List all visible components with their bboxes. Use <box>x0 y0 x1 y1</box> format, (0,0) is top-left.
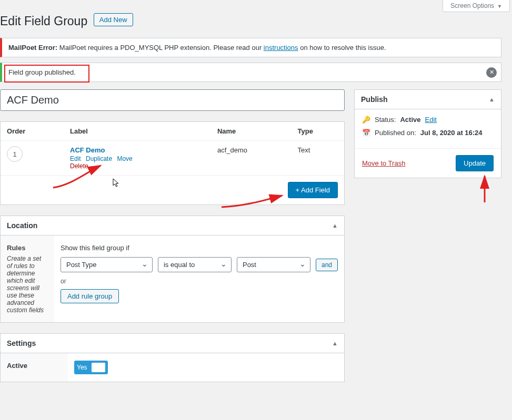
th-label: Label <box>64 122 211 141</box>
field-label-cell: ACF Demo Edit Duplicate Move Delete <box>64 141 211 176</box>
location-postbox: Location ▲ Rules Create a set of rules t… <box>0 216 345 323</box>
published-notice: Field group published. ✕ <box>0 63 501 82</box>
settings-active-label: Active <box>1 353 68 382</box>
calendar-icon: 📅 <box>362 129 370 137</box>
and-button[interactable]: and <box>316 259 338 271</box>
published-on-label: Published on: <box>375 129 416 137</box>
toggle-knob <box>92 363 105 372</box>
collapse-icon: ▲ <box>489 96 495 103</box>
chevron-down-icon: ▼ <box>497 4 502 9</box>
location-postbox-header[interactable]: Location ▲ <box>1 216 344 235</box>
th-order: Order <box>1 122 64 141</box>
close-icon: ✕ <box>489 69 494 76</box>
collapse-icon: ▲ <box>332 222 338 229</box>
fields-table: Order Label Name Type 1 ACF Demo <box>1 122 344 176</box>
field-order-cell: 1 <box>1 141 64 176</box>
field-row[interactable]: 1 ACF Demo Edit Duplicate Move Delete <box>1 141 344 176</box>
publish-postbox-header[interactable]: Publish ▲ <box>355 90 501 109</box>
published-notice-text: Field group published. <box>8 68 76 76</box>
dismiss-notice-button[interactable]: ✕ <box>486 67 497 78</box>
publish-date-row: 📅 Published on: Jul 8, 2020 at 16:24 <box>362 129 494 137</box>
field-group-title-input[interactable] <box>0 89 345 111</box>
mailpoet-error-prefix: MailPoet Error: <box>8 44 57 52</box>
update-button[interactable]: Update <box>456 155 494 171</box>
rule-operator-select[interactable]: is equal to <box>158 257 232 272</box>
rule-param-select[interactable]: Post Type <box>61 257 153 272</box>
row-action-delete[interactable]: Delete <box>70 162 88 170</box>
publish-title: Publish <box>361 95 388 104</box>
th-name: Name <box>211 122 292 141</box>
screen-options-tab[interactable]: Screen Options▼ <box>443 0 510 12</box>
publish-status-row: 🔑 Status: Active Edit <box>362 116 494 124</box>
location-rules-sidebar: Rules Create a set of rules to determine… <box>1 235 54 322</box>
collapse-icon: ▲ <box>332 340 338 346</box>
field-label[interactable]: ACF Demo <box>70 146 105 154</box>
fields-postbox: Order Label Name Type 1 ACF Demo <box>0 121 345 205</box>
publish-status-key: Status: <box>375 116 396 124</box>
settings-postbox-header[interactable]: Settings ▲ <box>1 334 344 353</box>
rule-value-select[interactable]: Post <box>237 257 310 272</box>
mailpoet-error-text2: on how to resolve this issue. <box>298 44 386 52</box>
move-to-trash-link[interactable]: Move to Trash <box>362 159 405 167</box>
settings-postbox: Settings ▲ Active Yes <box>0 333 345 382</box>
row-action-move[interactable]: Move <box>117 155 132 162</box>
field-name-cell: acf_demo <box>211 141 292 176</box>
row-action-edit[interactable]: Edit <box>70 155 81 162</box>
field-row-actions: Edit Duplicate Move Delete <box>70 155 205 170</box>
add-field-button[interactable]: + Add Field <box>288 182 338 198</box>
field-type-cell: Text <box>292 141 344 176</box>
location-rule-row: Post Type is equal to Post and <box>61 257 338 272</box>
location-title: Location <box>7 221 37 230</box>
mailpoet-instructions-link[interactable]: instructions <box>264 44 298 52</box>
location-show-text: Show this field group if <box>61 244 338 252</box>
or-label: or <box>61 278 338 285</box>
add-rule-group-button[interactable]: Add rule group <box>61 289 119 303</box>
page-title: Edit Field Group <box>0 12 87 33</box>
annotation-arrow-update <box>475 173 496 205</box>
publish-postbox: Publish ▲ 🔑 Status: Active Edit 📅 Publis… <box>354 89 501 178</box>
mailpoet-error-notice: MailPoet Error: MailPoet requires a PDO_… <box>0 38 501 57</box>
key-icon: 🔑 <box>362 116 370 124</box>
active-toggle[interactable]: Yes <box>74 361 108 374</box>
location-rules-heading: Rules <box>7 244 48 252</box>
active-toggle-label: Yes <box>77 364 87 371</box>
th-type: Type <box>292 122 344 141</box>
publish-status-value: Active <box>400 116 420 124</box>
published-on-date: Jul 8, 2020 at 16:24 <box>420 129 483 137</box>
screen-options-label: Screen Options <box>450 2 494 9</box>
mailpoet-error-text1: MailPoet requires a PDO_MYSQL PHP extens… <box>57 44 264 52</box>
location-rules-desc: Create a set of rules to determine which… <box>7 255 44 314</box>
row-action-duplicate[interactable]: Duplicate <box>86 155 112 162</box>
add-new-button[interactable]: Add New <box>94 13 133 26</box>
field-order-pill[interactable]: 1 <box>7 146 23 162</box>
settings-title: Settings <box>7 339 36 347</box>
edit-status-link[interactable]: Edit <box>425 116 437 124</box>
